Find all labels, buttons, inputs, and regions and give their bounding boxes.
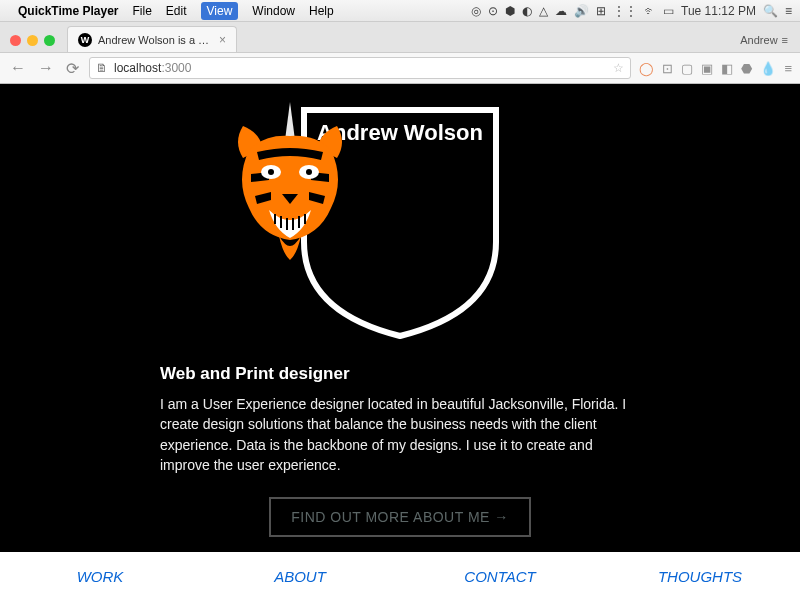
profile-name: Andrew (740, 34, 777, 46)
minimize-window-button[interactable] (27, 35, 38, 46)
status-icon[interactable]: ⊙ (488, 4, 498, 18)
hamburger-icon: ≡ (782, 34, 788, 46)
svg-point-3 (306, 169, 312, 175)
nav-work[interactable]: WORK (0, 552, 200, 600)
menubar-window[interactable]: Window (252, 4, 295, 18)
volume-icon[interactable]: 🔊 (574, 4, 589, 18)
menubar-clock[interactable]: Tue 11:12 PM (681, 4, 756, 18)
nav-thoughts[interactable]: THOUGHTS (600, 552, 800, 600)
status-icon[interactable]: ☁ (555, 4, 567, 18)
url-host: localhost (114, 61, 161, 75)
url-port: :3000 (161, 61, 191, 75)
tiger-unicorn-icon (225, 102, 355, 262)
menubar-status-tray: ◎ ⊙ ⬢ ◐ △ ☁ 🔊 ⊞ ⋮⋮ ᯤ ▭ Tue 11:12 PM 🔍 ≡ (471, 4, 792, 18)
nav-contact[interactable]: CONTACT (400, 552, 600, 600)
status-icon[interactable]: ◎ (471, 4, 481, 18)
intro-body: I am a User Experience designer located … (160, 394, 640, 475)
extension-icon[interactable]: ⬣ (741, 61, 752, 76)
hero-section: Andrew Wolson (0, 84, 800, 537)
menubar-edit[interactable]: Edit (166, 4, 187, 18)
status-icon[interactable]: ⊞ (596, 4, 606, 18)
address-bar[interactable]: 🗎 localhost :3000 ☆ (89, 57, 631, 79)
browser-toolbar: ← → ⟳ 🗎 localhost :3000 ☆ ◯ ⊡ ▢ ▣ ◧ ⬣ 💧 … (0, 52, 800, 84)
browser-tabstrip: W Andrew Wolson is a UX an… × Andrew ≡ (0, 22, 800, 52)
menubar-help[interactable]: Help (309, 4, 334, 18)
profile-chip[interactable]: Andrew ≡ (740, 34, 788, 46)
extension-icon[interactable]: ⊡ (662, 61, 673, 76)
maximize-window-button[interactable] (44, 35, 55, 46)
page-icon: 🗎 (96, 61, 108, 75)
svg-point-2 (268, 169, 274, 175)
extension-icon[interactable]: ◧ (721, 61, 733, 76)
bookmark-star-icon[interactable]: ☆ (613, 61, 624, 75)
wifi-icon[interactable]: ⋮⋮ (613, 4, 637, 18)
menubar-app-name[interactable]: QuickTime Player (18, 4, 119, 18)
extension-icon[interactable]: 💧 (760, 61, 776, 76)
page-viewport: Andrew Wolson (0, 84, 800, 600)
chrome-menu-icon[interactable]: ≡ (784, 61, 792, 76)
nav-about[interactable]: ABOUT (200, 552, 400, 600)
back-button[interactable]: ← (8, 59, 28, 77)
page-body: Andrew Wolson (0, 84, 800, 600)
status-icon[interactable]: △ (539, 4, 548, 18)
macos-menubar: QuickTime Player File Edit View Window H… (0, 0, 800, 22)
status-icon[interactable]: ⬢ (505, 4, 515, 18)
browser-tab[interactable]: W Andrew Wolson is a UX an… × (67, 26, 237, 52)
window-controls (10, 35, 55, 46)
bottom-nav: WORK ABOUT CONTACT THOUGHTS (0, 552, 800, 600)
menubar-file[interactable]: File (133, 4, 152, 18)
tab-close-button[interactable]: × (219, 33, 226, 47)
close-window-button[interactable] (10, 35, 21, 46)
reload-button[interactable]: ⟳ (64, 59, 81, 78)
spotlight-icon[interactable]: 🔍 (763, 4, 778, 18)
intro-content: Web and Print designer I am a User Exper… (160, 364, 640, 475)
shield-logo: Andrew Wolson (290, 102, 510, 342)
subheadline: Web and Print designer (160, 364, 640, 384)
menubar-view[interactable]: View (201, 2, 239, 20)
wifi-icon[interactable]: ᯤ (644, 4, 656, 18)
status-icon[interactable]: ◐ (522, 4, 532, 18)
forward-button[interactable]: → (36, 59, 56, 77)
extension-icons: ◯ ⊡ ▢ ▣ ◧ ⬣ 💧 ≡ (639, 61, 792, 76)
battery-icon[interactable]: ▭ (663, 4, 674, 18)
cta-button[interactable]: FIND OUT MORE ABOUT ME → (269, 497, 531, 537)
cast-icon[interactable]: ▢ (681, 61, 693, 76)
tab-title: Andrew Wolson is a UX an… (98, 34, 213, 46)
notification-center-icon[interactable]: ≡ (785, 4, 792, 18)
extension-icon[interactable]: ▣ (701, 61, 713, 76)
extension-icon[interactable]: ◯ (639, 61, 654, 76)
tab-favicon-icon: W (78, 33, 92, 47)
browser-window: W Andrew Wolson is a UX an… × Andrew ≡ ←… (0, 22, 800, 84)
